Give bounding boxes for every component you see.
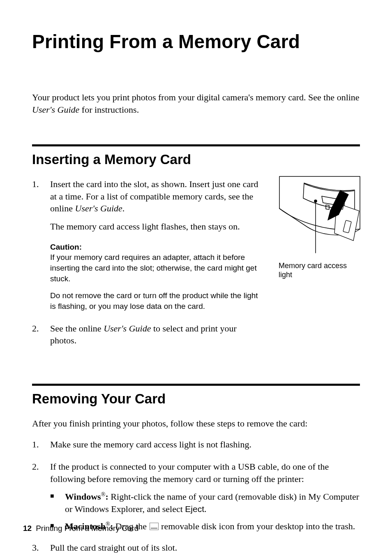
- registered-mark: ®: [101, 491, 106, 498]
- colon: :: [106, 492, 108, 502]
- text: .: [122, 203, 125, 213]
- section-divider: [32, 384, 360, 386]
- text: The memory card access light flashes, th…: [50, 220, 262, 233]
- section-heading-inserting: Inserting a Memory Card: [32, 151, 360, 169]
- bullet-windows: ■ Windows®: Right-click the name of your…: [50, 491, 360, 515]
- running-head: Printing From a Memory Card: [36, 524, 138, 533]
- square-bullet-icon: ■: [50, 491, 65, 515]
- caution-text: If your memory card requires an adapter,…: [50, 253, 257, 283]
- users-guide-ref: User's Guide: [75, 203, 122, 213]
- text: .: [204, 504, 207, 514]
- intro-paragraph: Your product lets you print photos from …: [32, 91, 360, 116]
- svg-point-1: [314, 200, 317, 202]
- section-intro: After you finish printing your photos, f…: [32, 417, 360, 430]
- text: If the product is connected to your comp…: [50, 461, 360, 485]
- os-name: Windows: [65, 492, 101, 502]
- caution-text: Do not remove the card or turn off the p…: [50, 290, 262, 311]
- text: Pull the card straight out of its slot.: [50, 542, 360, 554]
- text: for instructions.: [79, 104, 139, 115]
- section-heading-removing: Removing Your Card: [32, 390, 360, 408]
- step-1: 1. Make sure the memory card access ligh…: [32, 438, 360, 456]
- printer-slot-illustration: [279, 176, 361, 254]
- text: Right-click the name of your card (remov…: [65, 492, 359, 514]
- step-number: 2.: [32, 322, 50, 352]
- step-1: 1. Insert the card into the slot, as sho…: [32, 178, 262, 318]
- text: Your product lets you print photos from …: [32, 92, 360, 102]
- text: See the online: [50, 323, 104, 334]
- step-number: 1.: [32, 178, 50, 318]
- users-guide-ref: User's Guide: [32, 104, 79, 115]
- step-number: 3.: [32, 542, 50, 556]
- removable-disk-icon: [150, 523, 159, 530]
- eject-label: Eject: [185, 504, 204, 514]
- step-2: 2. See the online User's Guide to select…: [32, 322, 262, 352]
- users-guide-ref: User's Guide: [104, 323, 151, 334]
- text: removable disk icon from your desktop in…: [159, 521, 355, 531]
- page-number: 12: [23, 524, 32, 533]
- page-footer: 12Printing From a Memory Card: [23, 523, 138, 534]
- step-3: 3. Pull the card straight out of its slo…: [32, 542, 360, 556]
- caution-block: Caution: If your memory card requires an…: [50, 242, 262, 312]
- page-title: Printing From a Memory Card: [32, 29, 360, 54]
- step-number: 1.: [32, 438, 50, 456]
- section-divider: [32, 144, 360, 146]
- caution-label: Caution:: [50, 243, 82, 251]
- memory-card-figure: Memory card access light: [279, 176, 362, 280]
- text: Make sure the memory card access light i…: [50, 438, 360, 451]
- figure-caption: Memory card access light: [279, 261, 362, 280]
